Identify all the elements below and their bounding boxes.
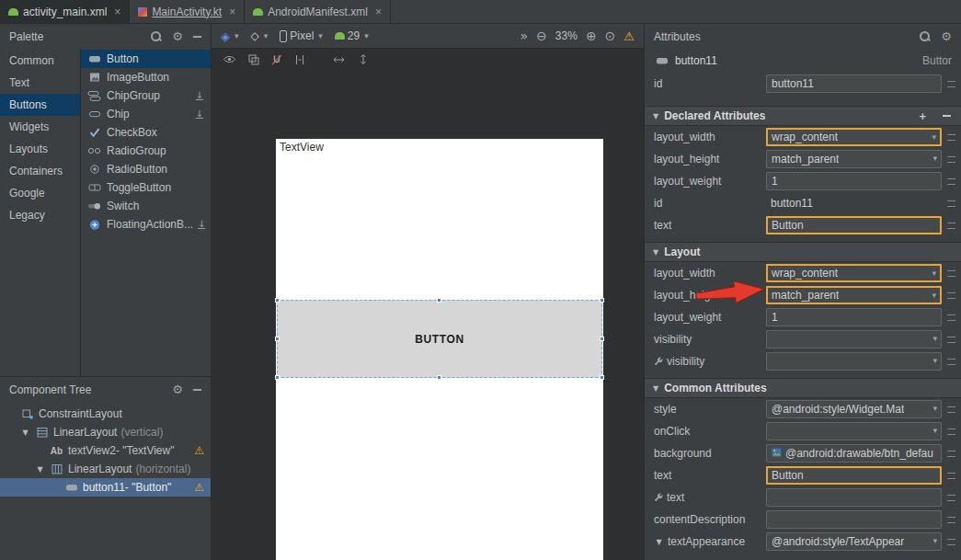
- zoom-out-button[interactable]: ⊖: [536, 29, 547, 42]
- vertical-distribute-icon[interactable]: [358, 53, 369, 68]
- horizontal-arrows-icon[interactable]: [332, 54, 346, 67]
- autoconnect-off-magnet-icon[interactable]: [271, 54, 282, 68]
- close-icon[interactable]: ×: [114, 6, 120, 18]
- tools-visibility-field[interactable]: [766, 352, 942, 371]
- remove-attribute-button[interactable]: [943, 115, 951, 117]
- expand-arrow-icon[interactable]: ▼: [20, 429, 30, 437]
- zoom-in-button[interactable]: ⊕: [586, 29, 597, 42]
- layout-height-picker-icon[interactable]: [947, 156, 955, 163]
- palette-item-floatingactionb[interactable]: FloatingActionB...↓: [81, 215, 211, 234]
- download-icon[interactable]: ↓: [196, 109, 203, 119]
- tree-item-linearlayout[interactable]: ▼LinearLayout(vertical): [0, 423, 211, 441]
- palette-category-common[interactable]: Common: [0, 50, 80, 72]
- palette-category-google[interactable]: Google: [0, 182, 80, 204]
- button-widget-selected[interactable]: BUTTON: [277, 300, 602, 378]
- background-picker-icon[interactable]: [947, 451, 955, 457]
- blueprint-layers-icon[interactable]: [248, 54, 259, 68]
- tree-item-textview2-textview[interactable]: AbtextView2- "TextView"⚠: [0, 441, 211, 460]
- layout-weight-field[interactable]: 1: [766, 172, 942, 190]
- resize-handle[interactable]: [275, 375, 280, 380]
- zoom-fit-button[interactable]: ⊙: [605, 29, 616, 42]
- tools-text-picker-icon[interactable]: [947, 495, 955, 501]
- palette-item-chip[interactable]: Chip↓: [81, 105, 211, 123]
- editor-tab-androidmanifest-xml[interactable]: AndroidManifest.xml×: [245, 0, 391, 23]
- close-icon[interactable]: ×: [375, 6, 382, 18]
- palette-category-widgets[interactable]: Widgets: [0, 116, 80, 138]
- contentdescription-picker-icon[interactable]: [947, 517, 955, 523]
- palette-item-radiogroup[interactable]: RadioGroup: [81, 142, 211, 160]
- id-picker-icon[interactable]: [947, 200, 955, 207]
- layout-width-field[interactable]: wrap_content: [766, 264, 942, 282]
- id-field[interactable]: button11: [766, 194, 942, 212]
- tools-text-field[interactable]: [766, 488, 942, 507]
- palette-item-imagebutton[interactable]: ImageButton: [81, 68, 211, 86]
- section-header-layout[interactable]: ▼Layout: [645, 242, 961, 262]
- device-selector[interactable]: Pixel▾: [280, 29, 323, 42]
- tree-item-constraintlayout[interactable]: ConstraintLayout: [0, 405, 211, 423]
- palette-category-containers[interactable]: Containers: [0, 160, 80, 182]
- palette-item-button[interactable]: Button: [81, 50, 211, 68]
- palette-item-togglebutton[interactable]: ToggleButton: [81, 178, 211, 197]
- textappearance-picker-icon[interactable]: [947, 539, 955, 545]
- tree-item-linearlayout[interactable]: ▼LinearLayout(horizontal): [0, 460, 211, 478]
- visibility-picker-icon[interactable]: [947, 337, 955, 343]
- textview-widget[interactable]: TextView: [280, 141, 324, 154]
- design-canvas-artboard[interactable]: TextView BUTTON: [276, 139, 603, 560]
- default-margins-icon[interactable]: [294, 54, 305, 68]
- text-picker-icon[interactable]: [947, 473, 955, 479]
- resize-handle[interactable]: [600, 375, 604, 380]
- textappearance-field[interactable]: @android:style/TextAppear: [766, 532, 942, 551]
- resize-handle[interactable]: [275, 298, 280, 303]
- resize-handle[interactable]: [437, 375, 441, 380]
- add-attribute-button[interactable]: +: [919, 109, 926, 123]
- resize-handle[interactable]: [275, 337, 280, 341]
- picker-icon[interactable]: [947, 81, 955, 87]
- palette-category-text[interactable]: Text: [0, 72, 80, 94]
- background-field[interactable]: @android:drawable/btn_defau: [766, 444, 942, 463]
- palette-item-radiobutton[interactable]: RadioButton: [81, 160, 211, 178]
- expand-arrow-icon[interactable]: ▼: [654, 538, 664, 546]
- minimize-icon[interactable]: [193, 36, 201, 38]
- resize-handle[interactable]: [600, 337, 604, 341]
- layout-weight-field[interactable]: 1: [766, 308, 942, 326]
- layout-width-field[interactable]: wrap_content: [766, 128, 942, 146]
- layout-width-picker-icon[interactable]: [947, 134, 955, 141]
- id-field[interactable]: button11: [766, 74, 942, 93]
- contentdescription-field[interactable]: [766, 510, 942, 529]
- text-field[interactable]: Button: [766, 466, 942, 485]
- style-picker-icon[interactable]: [947, 406, 955, 413]
- palette-item-switch[interactable]: Switch: [81, 197, 211, 215]
- orientation-selector[interactable]: ◇▾: [251, 29, 269, 42]
- toolbar-overflow-chevrons[interactable]: »: [521, 29, 529, 42]
- layout-weight-picker-icon[interactable]: [947, 178, 955, 185]
- download-icon[interactable]: ↓: [198, 220, 205, 229]
- editor-tab-activity-main-xml[interactable]: activity_main.xml×: [0, 0, 130, 23]
- palette-category-buttons[interactable]: Buttons: [0, 94, 80, 116]
- gear-icon[interactable]: ⚙: [941, 30, 952, 42]
- section-header-declared-attributes[interactable]: ▼Declared Attributes+: [645, 106, 961, 126]
- layout-weight-picker-icon[interactable]: [947, 314, 955, 321]
- section-header-common-attributes[interactable]: ▼Common Attributes: [645, 378, 961, 398]
- expand-arrow-icon[interactable]: ▼: [35, 465, 45, 474]
- resize-handle[interactable]: [600, 298, 604, 303]
- close-icon[interactable]: ×: [229, 6, 235, 18]
- tree-item-button11-button[interactable]: button11- "Button"⚠: [0, 478, 211, 497]
- minimize-icon[interactable]: [193, 389, 201, 391]
- palette-item-checkbox[interactable]: CheckBox: [81, 123, 211, 142]
- editor-tab-mainactivity-kt[interactable]: MainActivity.kt×: [130, 0, 245, 23]
- zoom-level[interactable]: 33%: [555, 29, 578, 42]
- resize-handle[interactable]: [437, 298, 441, 303]
- text-picker-icon[interactable]: [947, 223, 955, 229]
- search-icon[interactable]: [919, 30, 931, 42]
- api-selector[interactable]: 29▾: [335, 29, 369, 42]
- layout-width-picker-icon[interactable]: [947, 270, 955, 277]
- onclick-field[interactable]: [766, 422, 942, 440]
- palette-category-layouts[interactable]: Layouts: [0, 138, 80, 160]
- onclick-picker-icon[interactable]: [947, 429, 955, 435]
- tools-visibility-picker-icon[interactable]: [947, 359, 955, 365]
- search-icon[interactable]: [150, 30, 162, 42]
- download-icon[interactable]: ↓: [196, 91, 203, 100]
- style-field[interactable]: @android:style/Widget.Mat: [766, 400, 942, 418]
- gear-icon[interactable]: ⚙: [172, 383, 183, 395]
- gear-icon[interactable]: ⚙: [172, 30, 183, 42]
